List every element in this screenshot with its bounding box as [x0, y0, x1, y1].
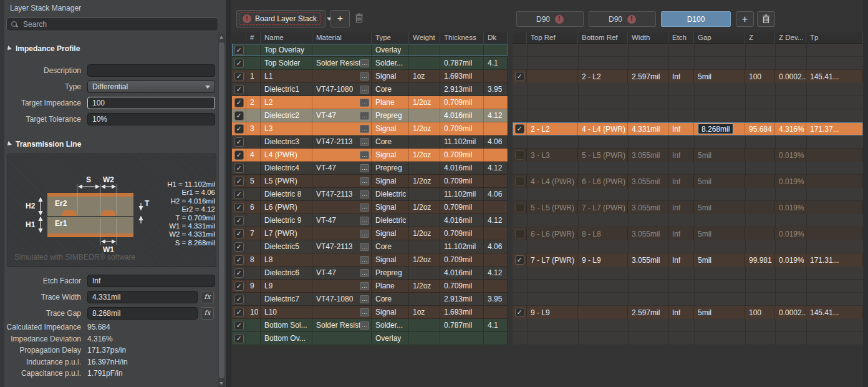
row-checkbox[interactable]: ✓	[234, 59, 244, 68]
material-edit-button[interactable]: …	[360, 59, 369, 67]
section-impedance-profile[interactable]: Impedance Profile	[6, 44, 80, 53]
material-edit-button[interactable]: …	[360, 269, 369, 277]
row-checkbox[interactable]: ✓	[234, 268, 244, 278]
selected-gap-cell[interactable]: 8.268mil	[698, 124, 733, 134]
material-edit-button[interactable]: …	[360, 112, 369, 120]
column-header[interactable]: Dk	[484, 32, 508, 44]
scroll-up-icon[interactable]	[219, 36, 223, 39]
right-scrollbar-track[interactable]	[863, 0, 868, 387]
column-header[interactable]: Type	[372, 32, 409, 44]
delete-stack-button[interactable]	[355, 13, 364, 23]
row-checkbox[interactable]: ✓	[234, 282, 244, 291]
material-edit-button[interactable]: …	[360, 203, 369, 212]
row-checkbox[interactable]: ✓	[234, 308, 244, 317]
add-stack-button[interactable]: +	[330, 10, 350, 27]
column-header[interactable]: Bottom Ref	[578, 32, 628, 44]
column-header[interactable]: Name	[261, 32, 312, 44]
etch-factor-input[interactable]: Inf	[87, 275, 215, 287]
layer-row[interactable]: ✓Bottom Ov...Overlay	[232, 332, 508, 345]
target-impedance-input[interactable]: 100	[87, 97, 215, 109]
section-transmission-line[interactable]: Transmission Line	[6, 140, 81, 149]
add-profile-button[interactable]: +	[736, 11, 754, 27]
row-checkbox[interactable]: ✓	[234, 124, 244, 134]
column-header[interactable]: Z Dev...	[775, 32, 806, 44]
impedance-row[interactable]: ✓3 - L35 - L5 (PWR)3.055milInf5mil0.019%	[513, 149, 863, 162]
material-edit-button[interactable]: …	[360, 308, 369, 316]
material-edit-button[interactable]: …	[360, 138, 369, 146]
layer-row[interactable]: ✓Dielectric2VT-47…Prepreg4.016mil4.12	[232, 109, 508, 122]
material-edit-button[interactable]: …	[360, 230, 369, 238]
column-header[interactable]: #	[246, 32, 261, 44]
impedance-row[interactable]: ✓6 - L6 (PWR)8 - L83.055milInf5mil0.019%	[513, 227, 863, 240]
layer-row[interactable]: ✓3L3…Signal1/2oz0.709mil	[232, 122, 508, 135]
column-header[interactable]: Z	[745, 32, 775, 44]
row-checkbox[interactable]: ✓	[234, 177, 244, 186]
row-checkbox[interactable]: ✓	[234, 190, 244, 199]
layer-row[interactable]: ✓8L8…Signal1/2oz0.709mil	[232, 253, 508, 267]
material-edit-button[interactable]: …	[360, 99, 369, 107]
layer-row[interactable]: ✓Dielectric4VT-47…Prepreg4.016mil4.12	[232, 162, 508, 175]
layer-row[interactable]: ✓Dielectric6VT-47…Prepreg4.016mil4.12	[232, 267, 508, 280]
row-checkbox[interactable]: ✓	[515, 124, 524, 134]
row-checkbox[interactable]: ✓	[515, 72, 524, 81]
row-checkbox[interactable]: ✓	[234, 255, 244, 265]
material-edit-button[interactable]: …	[360, 217, 369, 225]
delete-profile-button[interactable]	[757, 11, 775, 27]
profile-tab[interactable]: D90!	[589, 11, 656, 27]
material-edit-button[interactable]: …	[360, 256, 369, 264]
search-box[interactable]	[6, 17, 218, 31]
row-checkbox[interactable]: ✓	[515, 203, 524, 212]
impedance-row[interactable]: ✓2 - L24 - L4 (PWR)4.331milInf8.268mil95…	[513, 122, 863, 135]
row-checkbox[interactable]: ✓	[234, 98, 244, 107]
row-checkbox[interactable]: ✓	[515, 150, 524, 160]
row-checkbox[interactable]: ✓	[234, 46, 244, 55]
impedance-row[interactable]: ✓2 - L22.597milInf5mil1000.0002...145.41…	[513, 70, 863, 83]
layer-row[interactable]: ✓Dielectric1VT47-1080…Core2.913mil3.95	[232, 83, 508, 96]
column-header[interactable]: Etch	[668, 32, 694, 44]
column-header[interactable]	[232, 32, 246, 44]
row-checkbox[interactable]: ✓	[515, 229, 524, 238]
profile-tab[interactable]: D90!	[516, 11, 584, 27]
material-edit-button[interactable]: …	[360, 190, 369, 198]
material-edit-button[interactable]: …	[360, 295, 369, 303]
layer-row[interactable]: ✓6L6 (PWR)…Signal1/2oz0.709mil	[232, 201, 508, 214]
scroll-down-icon[interactable]	[219, 382, 223, 385]
layer-row[interactable]: ✓Dielectric 9VT-47…Dielectric4.016mil4.1…	[232, 214, 508, 227]
row-checkbox[interactable]: ✓	[515, 255, 524, 265]
layer-row[interactable]: ✓Dielectric7VT47-1080…Core2.913mil3.95	[232, 293, 508, 306]
impedance-row[interactable]: ✓9 - L92.597milInf5mil1000.0002...145.41…	[513, 306, 863, 319]
column-header[interactable]: Gap	[694, 32, 745, 44]
column-header[interactable]: Material	[312, 32, 372, 44]
row-checkbox[interactable]: ✓	[515, 308, 524, 317]
row-checkbox[interactable]: ✓	[234, 72, 244, 81]
type-select[interactable]: Differential	[87, 81, 215, 93]
impedance-row[interactable]: ✓7 - L7 (PWR)9 - L93.055milInf5mil99.981…	[513, 253, 863, 267]
scrollbar-thumb[interactable]	[219, 42, 224, 378]
layer-row[interactable]: ✓4L4 (PWR)…Signal1/2oz0.709mil	[232, 149, 508, 162]
material-edit-button[interactable]: …	[360, 125, 369, 133]
material-edit-button[interactable]: …	[360, 72, 369, 81]
row-checkbox[interactable]: ✓	[234, 216, 244, 225]
material-edit-button[interactable]: …	[360, 151, 369, 159]
row-checkbox[interactable]: ✓	[234, 242, 244, 252]
material-edit-button[interactable]: …	[360, 282, 369, 290]
left-panel-scrollbar[interactable]	[218, 34, 225, 387]
layer-row[interactable]: ✓2L2…Plane1/2oz0.709mil	[232, 96, 508, 109]
row-checkbox[interactable]: ✓	[234, 150, 244, 160]
material-edit-button[interactable]: …	[360, 164, 369, 172]
row-checkbox[interactable]: ✓	[234, 203, 244, 212]
layer-row[interactable]: ✓Dielectric3VT47-2113…Core11.102mil4.06	[232, 135, 508, 149]
row-checkbox[interactable]: ✓	[234, 334, 244, 343]
column-header[interactable]: Thickness	[440, 32, 484, 44]
layer-row[interactable]: ✓Dielectric5VT47-2113…Core11.102mil4.06	[232, 240, 508, 253]
layer-row[interactable]: ✓1L1…Signal1oz1.693mil	[232, 70, 508, 83]
row-checkbox[interactable]: ✓	[234, 321, 244, 330]
column-header[interactable]: Width	[628, 32, 668, 44]
column-header[interactable]: Top Ref	[527, 32, 578, 44]
panel-divider[interactable]	[226, 0, 231, 387]
row-checkbox[interactable]: ✓	[234, 164, 244, 173]
layer-row[interactable]: ✓Top OverlayOverlay	[232, 44, 508, 57]
layer-row[interactable]: ✓7L7 (PWR)…Signal1/2oz0.709mil	[232, 227, 508, 240]
layer-row[interactable]: ✓9L9…Plane1/2oz0.709mil	[232, 280, 508, 293]
row-checkbox[interactable]: ✓	[234, 229, 244, 238]
